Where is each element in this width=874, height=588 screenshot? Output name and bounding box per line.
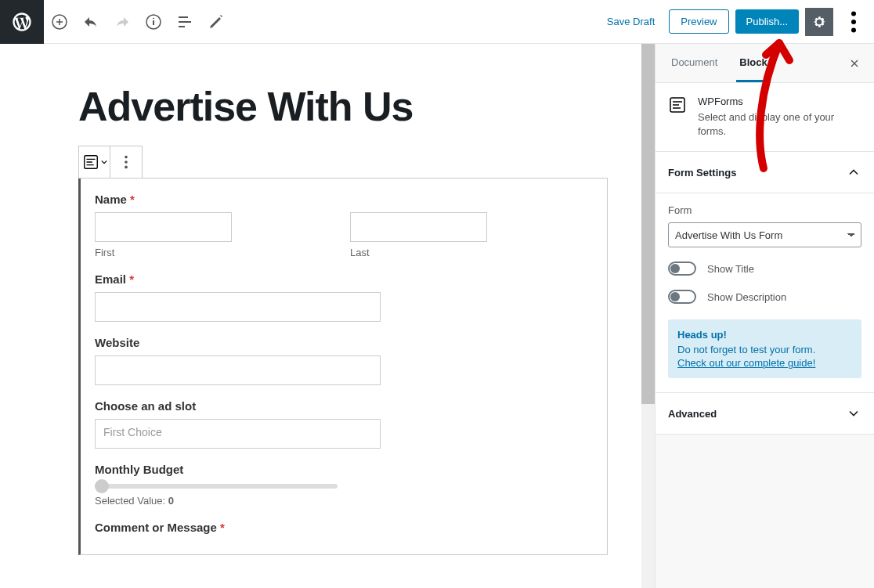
first-name-input[interactable]: [95, 212, 232, 242]
panel-advanced[interactable]: Advanced: [656, 392, 874, 435]
email-label: Email *: [95, 272, 593, 286]
outline-button[interactable]: [171, 8, 199, 36]
block-info-section: WPForms Select and display one of your f…: [656, 83, 874, 152]
more-menu-button[interactable]: [840, 8, 868, 36]
editor-scrollbar[interactable]: [641, 44, 655, 588]
block-name: WPForms: [698, 96, 861, 107]
budget-value-text: Selected Value: 0: [95, 495, 593, 507]
dots-vertical-icon: [117, 153, 135, 171]
info-icon: [144, 13, 163, 31]
show-title-label: Show Title: [707, 263, 754, 275]
redo-icon: [113, 13, 132, 31]
svg-point-8: [125, 166, 128, 169]
tab-document[interactable]: Document: [668, 44, 721, 82]
gear-icon: [811, 14, 827, 30]
dropdown-icon: [101, 159, 107, 165]
form-icon: [82, 153, 99, 171]
comment-label: Comment or Message *: [95, 521, 593, 534]
website-input[interactable]: [95, 355, 381, 385]
toolbar-right: Save Draft Preview Publish...: [599, 8, 874, 36]
website-label: Website: [95, 336, 593, 349]
redo-button[interactable]: [108, 8, 136, 36]
budget-label: Monthly Budget: [95, 463, 593, 476]
form-select-label: Form: [668, 204, 861, 216]
edit-mode-button[interactable]: [202, 8, 230, 36]
settings-button[interactable]: [805, 8, 833, 36]
info-button[interactable]: [139, 8, 168, 36]
last-sublabel: Last: [350, 247, 593, 258]
panel-form-settings[interactable]: Form Settings: [656, 152, 874, 193]
close-sidebar-button[interactable]: [843, 52, 866, 75]
svg-point-2: [851, 11, 856, 16]
form-select[interactable]: Advertise With Us Form: [668, 222, 861, 247]
last-name-input[interactable]: [350, 212, 487, 242]
preview-button[interactable]: Preview: [669, 9, 728, 34]
show-description-toggle[interactable]: [668, 290, 696, 304]
plus-circle-icon: [50, 13, 69, 31]
list-icon: [175, 13, 194, 31]
settings-sidebar: Document Block WPForms Select and displa…: [655, 44, 874, 588]
wpforms-icon: [668, 96, 687, 139]
save-draft-button[interactable]: Save Draft: [599, 16, 663, 27]
wordpress-icon: [11, 11, 33, 33]
editor-toolbar: Save Draft Preview Publish...: [0, 0, 874, 44]
show-description-label: Show Description: [707, 291, 786, 303]
block-description: Select and display one of your forms.: [698, 110, 861, 139]
pencil-icon: [207, 13, 226, 31]
undo-button[interactable]: [77, 8, 105, 36]
close-icon: [848, 57, 861, 70]
adslot-label: Choose an ad slot: [95, 399, 593, 413]
page-title[interactable]: Advertise With Us: [78, 83, 608, 130]
sidebar-tabs: Document Block: [656, 44, 874, 83]
add-block-button[interactable]: [45, 8, 74, 36]
form-settings-body: Form Advertise With Us Form Show Title S…: [656, 193, 874, 393]
adslot-select[interactable]: First Choice: [95, 419, 381, 449]
first-sublabel: First: [95, 247, 338, 258]
scrollbar-thumb[interactable]: [641, 44, 655, 404]
block-more-button[interactable]: [110, 146, 142, 178]
name-label: Name *: [95, 193, 593, 206]
svg-point-6: [125, 156, 128, 159]
notice-link[interactable]: Check out our complete guide!: [677, 357, 815, 369]
svg-point-4: [851, 27, 856, 32]
svg-point-3: [851, 20, 856, 24]
block-toolbar: [78, 146, 143, 179]
email-input[interactable]: [95, 292, 381, 322]
editor-area: Advertise With Us Name * First: [0, 44, 655, 588]
wordpress-logo[interactable]: [0, 0, 44, 44]
notice-title: Heads up!: [677, 329, 852, 341]
svg-point-7: [125, 161, 128, 164]
wpforms-block[interactable]: Name * First Last Email *: [78, 178, 608, 555]
budget-slider[interactable]: [95, 484, 338, 489]
chevron-down-icon: [846, 406, 861, 421]
chevron-up-icon: [846, 164, 861, 180]
undo-icon: [81, 13, 100, 31]
block-type-button[interactable]: [79, 146, 110, 178]
heads-up-notice: Heads up! Do not forget to test your for…: [668, 319, 861, 378]
publish-button[interactable]: Publish...: [735, 9, 799, 34]
show-title-toggle[interactable]: [668, 262, 696, 276]
dots-vertical-icon: [840, 8, 868, 36]
slider-thumb[interactable]: [95, 479, 109, 493]
tab-block[interactable]: Block: [736, 44, 770, 82]
toolbar-left: [0, 0, 232, 43]
notice-text: Do not forget to test your form.: [677, 344, 852, 355]
